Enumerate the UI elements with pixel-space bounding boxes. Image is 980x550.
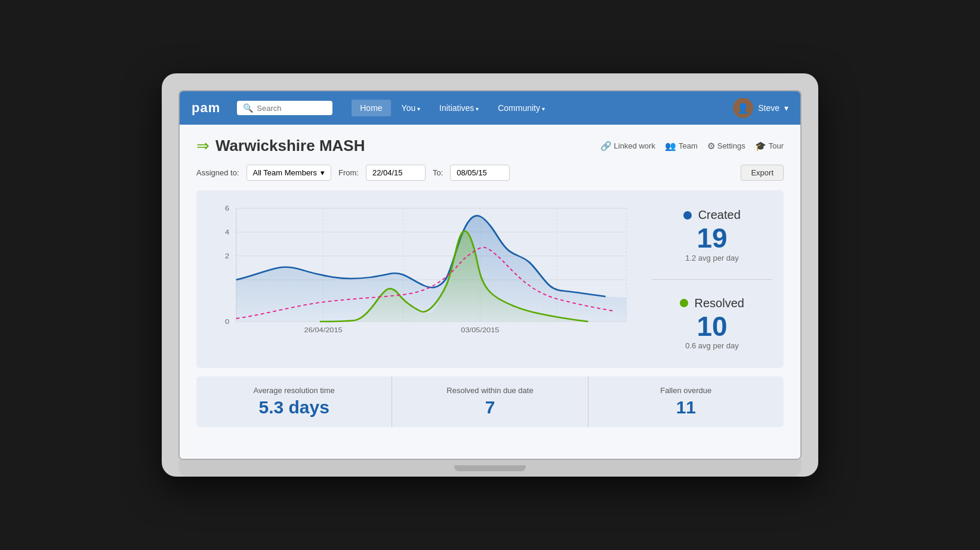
stat-overdue: Fallen overdue 11 (588, 376, 784, 427)
stat-overdue-label: Fallen overdue (600, 386, 772, 395)
resolved-dot (680, 299, 688, 307)
stat-resolved-due: Resolved within due date 7 (392, 376, 588, 427)
chart-legend: Created 19 1.2 avg per day Resolved 10 0… (652, 202, 772, 356)
linked-work-label: Linked work (614, 141, 655, 150)
team-label: Team (679, 141, 698, 150)
to-input[interactable] (450, 165, 510, 181)
nav-you[interactable]: You (393, 100, 429, 116)
team-icon: 👥 (665, 141, 676, 152)
stat-avg-label: Average resolution time (208, 386, 380, 395)
created-label: Created (698, 208, 741, 221)
settings-label: Settings (717, 141, 745, 150)
created-dot (683, 211, 692, 220)
resolved-label: Resolved (695, 296, 744, 310)
nav-home[interactable]: Home (352, 100, 390, 116)
resolved-legend: Resolved 10 0.6 avg per day (652, 296, 772, 351)
app-logo: pam (192, 100, 220, 116)
page-title-area: ⇒ Warwickshire MASH (196, 137, 365, 155)
settings-icon: ⚙ (707, 141, 715, 152)
link-icon: 🔗 (600, 141, 612, 152)
navbar: pam 🔍 Home You Initiatives Community 👤 S… (180, 91, 800, 125)
stat-overdue-value: 11 (600, 397, 772, 418)
tour-label: Tour (769, 141, 784, 150)
page-actions: 🔗 Linked work 👥 Team ⚙ Settings 🎓 Tour (600, 141, 784, 152)
to-label: To: (433, 168, 443, 177)
created-avg: 1.2 avg per day (652, 254, 772, 262)
svg-text:26/04/2015: 26/04/2015 (304, 326, 343, 334)
page-icon: ⇒ (196, 137, 209, 155)
svg-text:0: 0 (225, 318, 230, 326)
svg-text:6: 6 (225, 205, 230, 212)
chart-card: 6 4 2 0 (196, 190, 784, 368)
search-box[interactable]: 🔍 (237, 101, 332, 115)
assigned-arrow-icon: ▾ (320, 168, 325, 177)
from-input[interactable] (366, 165, 426, 181)
stat-avg-value: 5.3 days (208, 397, 380, 418)
tour-icon: 🎓 (755, 141, 766, 152)
stats-row: Average resolution time 5.3 days Resolve… (196, 376, 784, 427)
resolved-avg: 0.6 avg per day (652, 341, 772, 350)
resolved-count: 10 (652, 311, 772, 342)
settings-action[interactable]: ⚙ Settings (707, 141, 745, 152)
avatar: 👤 (733, 98, 753, 118)
stat-resolved-value: 7 (404, 397, 575, 418)
assigned-select[interactable]: All Team Members ▾ (246, 165, 331, 181)
nav-initiatives[interactable]: Initiatives (431, 100, 487, 116)
nav-links: Home You Initiatives Community (352, 100, 553, 116)
svg-text:03/05/2015: 03/05/2015 (461, 326, 500, 334)
created-count: 19 (652, 223, 772, 254)
stat-resolved-label: Resolved within due date (404, 386, 575, 395)
chart-area: 6 4 2 0 (208, 202, 640, 345)
created-legend: Created 19 1.2 avg per day (652, 208, 772, 262)
user-menu[interactable]: 👤 Steve ▾ (733, 98, 788, 118)
legend-divider (652, 279, 772, 280)
team-action[interactable]: 👥 Team (665, 141, 698, 152)
tour-action[interactable]: 🎓 Tour (755, 141, 784, 152)
user-name: Steve (758, 103, 779, 113)
export-button[interactable]: Export (741, 165, 784, 181)
assigned-label: Assigned to: (196, 168, 239, 177)
page-header: ⇒ Warwickshire MASH 🔗 Linked work 👥 Team… (196, 137, 784, 155)
svg-text:2: 2 (225, 252, 230, 260)
main-content: ⇒ Warwickshire MASH 🔗 Linked work 👥 Team… (180, 125, 800, 459)
chart-svg: 6 4 2 0 (208, 202, 640, 345)
stat-avg-resolution: Average resolution time 5.3 days (196, 376, 392, 427)
page-title: Warwickshire MASH (215, 137, 365, 155)
search-icon: 🔍 (243, 103, 253, 113)
linked-work-action[interactable]: 🔗 Linked work (600, 141, 655, 152)
nav-community[interactable]: Community (489, 100, 553, 116)
search-input[interactable] (257, 104, 326, 113)
svg-text:4: 4 (225, 228, 230, 236)
from-label: From: (338, 168, 359, 177)
user-arrow-icon: ▾ (784, 103, 788, 113)
assigned-value: All Team Members (253, 168, 317, 177)
filters-bar: Assigned to: All Team Members ▾ From: To… (196, 165, 784, 181)
